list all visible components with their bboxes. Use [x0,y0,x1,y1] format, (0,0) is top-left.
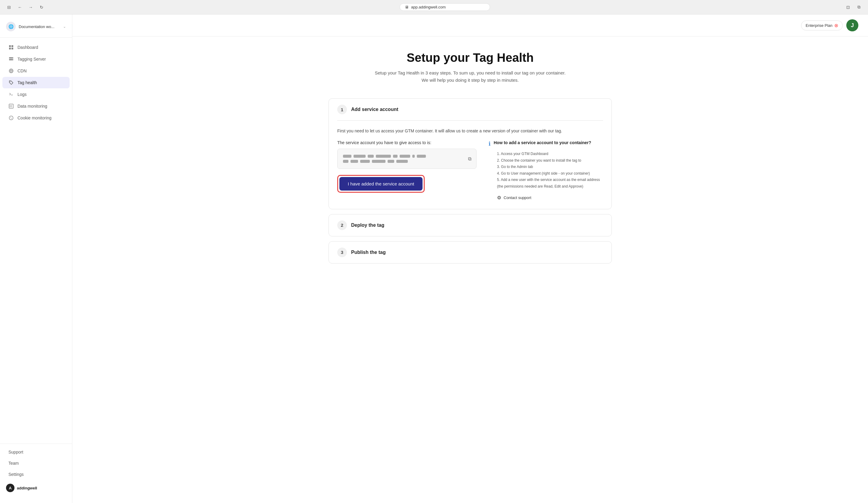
svg-rect-2 [9,48,11,50]
blur-1 [343,155,351,158]
button-highlight-wrapper: I have added the service account [337,175,425,193]
sidebar-item-cdn[interactable]: CDN [2,65,70,76]
blurred-account-text [342,153,466,164]
sidebar-item-logs-label: Logs [18,92,27,97]
blurred-line-2 [342,159,466,163]
step-1-description: First you need to let us access your GTM… [337,128,603,134]
svg-point-17 [9,116,13,120]
browser-right-controls: ⊡ ⧉ [844,3,863,11]
main-content: Enterprise Plan ⊗ J Setup your Tag Healt… [72,14,868,503]
svg-point-11 [10,81,11,82]
sidebar-item-cookie-monitoring[interactable]: Cookie monitoring [2,112,70,124]
step-1-number: 1 [337,105,347,114]
blur-7 [412,155,415,158]
sidebar-bottom: Support Team Settings A addingwell [0,444,72,498]
sidebar-item-team-label: Team [8,461,19,465]
blur-5 [393,155,397,158]
extensions-button[interactable]: ⊡ [844,3,852,11]
forward-button[interactable]: → [27,3,35,11]
user-avatar[interactable]: J [846,19,858,31]
plan-badge[interactable]: Enterprise Plan ⊗ [801,21,843,30]
sidebar-item-data-monitoring[interactable]: Data monitoring [2,100,70,112]
help-step-4: 4. Go to User management (right side - o… [497,171,603,177]
step-2-title: Deploy the tag [351,223,384,228]
blurred-line-1 [342,154,466,158]
sidebar-footer: A addingwell [0,480,72,496]
sidebar: 🌐 Documentation wo... ⌄ Dashboard [0,14,72,503]
step-3-card: 3 Publish the tag [329,241,612,264]
step-3-title: Publish the tag [351,250,386,255]
globe-icon [8,68,14,74]
address-bar-inner[interactable]: 🖥 app.addingwell.com [400,3,490,11]
contact-support-link[interactable]: ⚙ Contact support [497,195,603,201]
logs-icon [8,92,14,97]
tab-button[interactable]: ⧉ [855,3,863,11]
step-2-number: 2 [337,220,347,230]
svg-rect-3 [11,48,13,50]
plan-warning-icon: ⊗ [834,23,838,28]
confirm-service-account-button[interactable]: I have added the service account [339,177,423,191]
browser-url: app.addingwell.com [411,5,446,9]
page-subtitle-line1: Setup your Tag Health in 3 easy steps. T… [375,70,566,75]
sidebar-item-logs[interactable]: Logs [2,89,70,100]
main-nav: Dashboard Tagging Server [0,41,72,124]
reload-button[interactable]: ↻ [37,3,46,11]
plan-label: Enterprise Plan [806,23,833,28]
step-1-card: 1 Add service account First you need to … [329,98,612,209]
footer-name: addingwell [17,486,37,490]
svg-rect-1 [11,45,13,47]
sidebar-item-support[interactable]: Support [2,446,70,458]
page-title: Setup your Tag Health [329,51,612,64]
sidebar-item-tag-health[interactable]: Tag health [2,77,70,88]
cookie-icon [8,115,14,121]
page-subtitle-line2: We will help you doing it step by step i… [422,78,519,83]
step-1-two-col: The service account you have to give acc… [337,140,603,201]
main-header: Enterprise Plan ⊗ J [72,14,868,37]
svg-point-19 [11,118,12,119]
svg-point-7 [12,59,13,60]
copy-icon[interactable]: ⧉ [468,156,471,162]
sidebar-item-dashboard[interactable]: Dashboard [2,42,70,53]
browser-url-icon: 🖥 [405,5,409,9]
blur-9 [343,160,349,163]
blur-3 [368,155,374,158]
blur-6 [400,155,410,158]
step-1-body: First you need to let us access your GTM… [329,120,611,209]
blur-11 [360,160,370,163]
blur-14 [396,160,408,163]
help-steps: 1. Access your GTM Dashboard 2. Choose t… [497,151,603,190]
contact-support-label: Contact support [504,195,531,200]
sidebar-item-dashboard-label: Dashboard [18,45,38,50]
blur-10 [351,160,358,163]
svg-point-6 [12,58,13,58]
sidebar-item-team[interactable]: Team [2,458,70,469]
help-step-2: 2. Choose the container you want to inst… [497,157,603,164]
sidebar-item-cookie-monitoring-label: Cookie monitoring [18,115,52,120]
step-3-number: 3 [337,248,347,257]
sidebar-item-tag-health-label: Tag health [18,80,37,85]
sidebar-item-data-monitoring-label: Data monitoring [18,104,47,109]
dashboard-icon [8,45,14,50]
tag-icon [8,80,14,85]
sidebar-toggle-button[interactable]: ⊟ [5,3,13,11]
blur-13 [388,160,394,163]
workspace-selector[interactable]: 🌐 Documentation wo... ⌄ [0,19,72,38]
svg-rect-0 [9,45,11,47]
workspace-icon: 🌐 [6,22,16,31]
step-1-divider [337,120,603,121]
back-button[interactable]: ← [16,3,24,11]
blur-8 [417,155,426,158]
workspace-chevron-icon: ⌄ [63,24,66,29]
browser-chrome: ⊟ ← → ↻ 🖥 app.addingwell.com ⊡ ⧉ [0,0,868,14]
account-section: The service account you have to give acc… [337,140,476,193]
help-step-1: 1. Access your GTM Dashboard [497,151,603,157]
svg-point-20 [12,117,12,117]
footer-logo: A [6,484,14,492]
sidebar-item-support-label: Support [8,450,23,454]
sidebar-item-settings-label: Settings [8,472,24,477]
sidebar-item-settings[interactable]: Settings [2,469,70,480]
help-step-3: 3. Go to the Admin tab [497,164,603,171]
step-2-card: 2 Deploy the tag [329,214,612,236]
sidebar-item-tagging-server[interactable]: Tagging Server [2,53,70,65]
info-icon: ℹ [488,141,490,147]
